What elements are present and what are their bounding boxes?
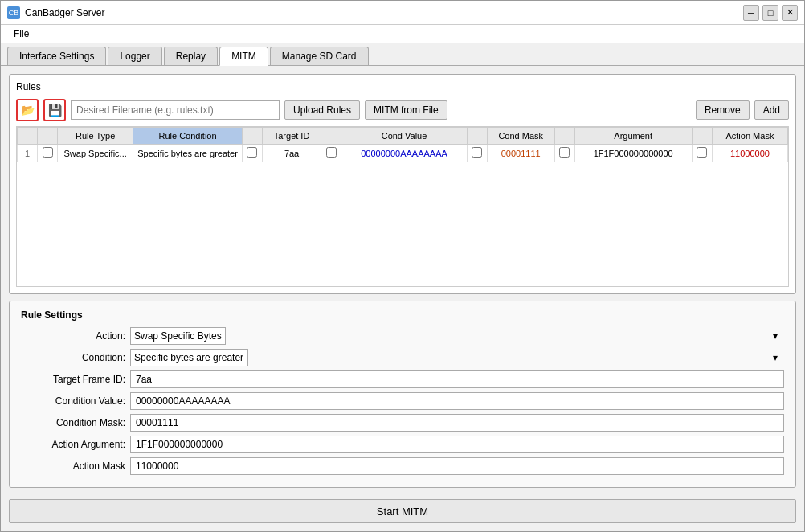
condition-select[interactable]: Specific bytes are greater	[130, 349, 248, 366]
rules-table: Rule Type Rule Condition Target ID Cond …	[17, 127, 788, 162]
condition-label: Condition:	[21, 352, 125, 363]
condition-select-wrapper: Specific bytes are greater	[130, 349, 784, 366]
row-check4[interactable]	[554, 145, 574, 162]
row-argument: 1F1F000000000000	[574, 145, 692, 162]
maximize-button[interactable]: □	[762, 5, 778, 21]
action-mask-label: Action Mask	[21, 460, 125, 472]
main-window: CB CanBadger Server ─ □ ✕ File Interface…	[0, 0, 805, 532]
row-check3[interactable]	[467, 145, 487, 162]
col-check3	[467, 128, 487, 145]
content-area: Rules 📂 💾 Upload Rules MITM from File Re…	[1, 66, 804, 531]
mitm-from-file-button[interactable]: MITM from File	[365, 100, 447, 120]
row-check0[interactable]	[38, 145, 58, 162]
rules-section: Rules 📂 💾 Upload Rules MITM from File Re…	[9, 74, 796, 294]
tabs-bar: Interface Settings Logger Replay MITM Ma…	[1, 43, 804, 66]
row-rule-type: Swap Specific...	[58, 145, 133, 162]
col-cond-value: Cond Value	[341, 128, 468, 145]
action-argument-input[interactable]	[130, 436, 784, 453]
row-checkbox-1[interactable]	[247, 147, 257, 158]
action-argument-label: Action Argument:	[21, 439, 125, 450]
tab-replay[interactable]: Replay	[164, 47, 218, 65]
col-rule-type: Rule Type	[58, 128, 133, 145]
target-frame-id-input[interactable]	[130, 370, 784, 388]
row-num: 1	[18, 145, 38, 162]
col-check5	[692, 128, 712, 145]
open-rules-button[interactable]: 📂	[16, 99, 39, 121]
condition-value-input[interactable]	[130, 392, 784, 410]
col-rule-condition: Rule Condition	[133, 128, 243, 145]
target-frame-id-label: Target Frame ID:	[21, 374, 125, 385]
action-mask-row: Action Mask	[21, 457, 784, 475]
add-button[interactable]: Add	[754, 100, 789, 120]
window-title: CanBadger Server	[25, 7, 104, 18]
rules-toolbar: 📂 💾 Upload Rules MITM from File Remove A…	[16, 99, 789, 121]
target-frame-id-row: Target Frame ID:	[21, 370, 784, 388]
menu-file[interactable]: File	[7, 27, 35, 41]
row-checkbox-2[interactable]	[326, 147, 337, 158]
action-mask-input[interactable]	[130, 457, 784, 475]
action-label: Action:	[21, 330, 125, 342]
condition-mask-label: Condition Mask:	[21, 417, 125, 428]
title-bar-controls: ─ □ ✕	[743, 5, 798, 21]
row-cond-value: 00000000AAAAAAAA	[341, 145, 468, 162]
condition-mask-input[interactable]	[130, 414, 784, 432]
remove-button[interactable]: Remove	[696, 100, 750, 120]
col-cond-mask: Cond Mask	[487, 128, 554, 145]
start-mitm-button[interactable]: Start MITM	[9, 499, 796, 523]
condition-field-row: Condition: Specific bytes are greater	[21, 349, 784, 366]
row-checkbox-0[interactable]	[43, 147, 53, 158]
action-argument-row: Action Argument:	[21, 436, 784, 453]
col-argument: Argument	[574, 128, 692, 145]
row-checkbox-3[interactable]	[472, 147, 482, 158]
col-check0	[38, 128, 58, 145]
settings-title: Rule Settings	[21, 309, 784, 321]
row-check2[interactable]	[321, 145, 341, 162]
row-target-id: 7aa	[263, 145, 321, 162]
action-select[interactable]: Swap Specific Bytes	[130, 327, 226, 345]
action-field-row: Action: Swap Specific Bytes	[21, 327, 784, 345]
row-check1[interactable]	[242, 145, 262, 162]
col-target-id: Target ID	[263, 128, 321, 145]
row-checkbox-5[interactable]	[697, 147, 707, 158]
table-row: 1 Swap Specific... Specific bytes are gr…	[18, 145, 788, 162]
condition-value-label: Condition Value:	[21, 395, 125, 407]
col-num	[18, 128, 38, 145]
tab-manage-sd-card[interactable]: Manage SD Card	[270, 47, 369, 65]
start-btn-row: Start MITM	[9, 494, 796, 523]
upload-rules-button[interactable]: Upload Rules	[284, 100, 360, 120]
tab-interface-settings[interactable]: Interface Settings	[7, 47, 106, 65]
action-select-wrapper: Swap Specific Bytes	[130, 327, 784, 345]
row-cond-mask: 00001111	[487, 145, 554, 162]
rules-table-container[interactable]: Rule Type Rule Condition Target ID Cond …	[16, 126, 789, 287]
menu-bar: File	[1, 25, 804, 43]
rule-settings-section: Rule Settings Action: Swap Specific Byte…	[9, 301, 796, 488]
save-rules-button[interactable]: 💾	[43, 99, 66, 121]
title-bar: CB CanBadger Server ─ □ ✕	[1, 1, 804, 25]
col-action-mask: Action Mask	[712, 128, 787, 145]
row-checkbox-4[interactable]	[559, 147, 570, 158]
tab-logger[interactable]: Logger	[108, 47, 161, 65]
row-check5[interactable]	[692, 145, 712, 162]
app-icon: CB	[7, 6, 20, 19]
tab-mitm[interactable]: MITM	[219, 47, 268, 66]
col-check2	[321, 128, 341, 145]
close-button[interactable]: ✕	[782, 5, 798, 21]
filename-input[interactable]	[71, 100, 280, 120]
minimize-button[interactable]: ─	[743, 5, 759, 21]
rules-label: Rules	[16, 81, 789, 92]
condition-mask-row: Condition Mask:	[21, 414, 784, 432]
condition-value-row: Condition Value:	[21, 392, 784, 410]
title-bar-left: CB CanBadger Server	[7, 6, 104, 19]
col-check4	[554, 128, 574, 145]
row-rule-condition: Specific bytes are greater	[133, 145, 243, 162]
col-check1	[242, 128, 262, 145]
app-icon-text: CB	[9, 9, 19, 17]
row-action-mask: 11000000	[712, 145, 787, 162]
